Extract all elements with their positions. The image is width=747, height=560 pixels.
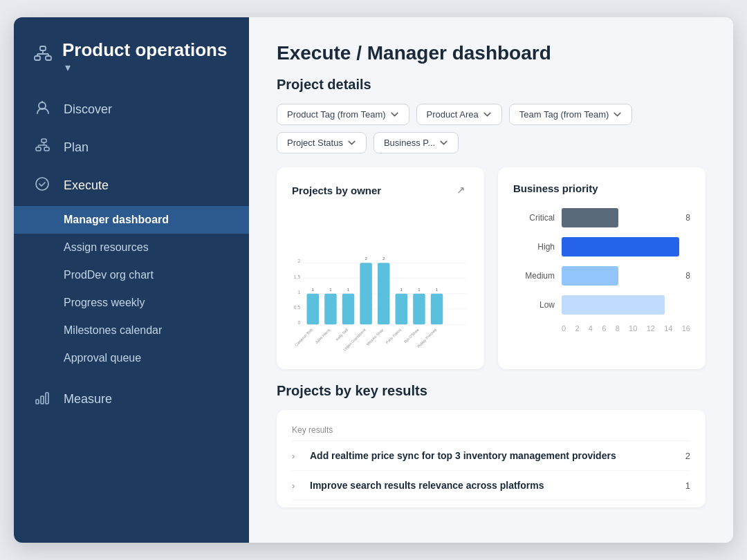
priority-bar-wrap-critical bbox=[562, 208, 674, 227]
priority-count-medium: 8 bbox=[685, 271, 690, 281]
svg-text:1: 1 bbox=[418, 288, 421, 292]
priority-bar-low bbox=[562, 295, 665, 315]
section-key-results-title: Projects by key results bbox=[277, 383, 706, 399]
app-container: Product operations ▾ Discover bbox=[14, 17, 733, 543]
execute-icon bbox=[33, 176, 51, 195]
main-scrollable: Project details Product Tag (from Team) … bbox=[249, 77, 733, 543]
section-project-details-title: Project details bbox=[277, 77, 706, 93]
svg-text:2: 2 bbox=[382, 256, 385, 261]
filter-product-tag[interactable]: Product Tag (from Team) bbox=[277, 104, 409, 125]
sidebar-item-assign-resources[interactable]: Assign resources bbox=[14, 234, 249, 261]
sidebar-item-proddev-org-chart[interactable]: ProdDev org chart bbox=[14, 261, 249, 289]
filter-bar: Product Tag (from Team) Product Area Tea… bbox=[277, 104, 706, 153]
svg-rect-36 bbox=[360, 263, 372, 324]
svg-text:Mitsuko Snay: Mitsuko Snay bbox=[365, 328, 384, 346]
svg-rect-9 bbox=[42, 139, 46, 142]
svg-rect-10 bbox=[36, 147, 41, 151]
svg-rect-17 bbox=[36, 400, 39, 404]
priority-bar-wrap-medium bbox=[562, 266, 674, 286]
svg-text:1: 1 bbox=[436, 288, 439, 292]
discover-icon bbox=[33, 100, 51, 119]
svg-text:Cameron Toth: Cameron Toth bbox=[294, 328, 313, 347]
app-title-chevron: ▾ bbox=[65, 62, 71, 73]
sidebar-item-execute[interactable]: Execute bbox=[14, 167, 249, 205]
svg-rect-18 bbox=[41, 396, 44, 404]
priority-label-low: Low bbox=[513, 300, 555, 310]
priority-row-high: High bbox=[513, 237, 690, 256]
svg-text:Rin O'Shea: Rin O'Shea bbox=[403, 328, 420, 344]
svg-rect-30 bbox=[307, 294, 320, 324]
svg-text:0: 0 bbox=[297, 320, 300, 325]
priority-bar-wrap-high bbox=[562, 237, 679, 256]
page-title: Execute / Manager dashboard bbox=[277, 42, 706, 64]
execute-label: Execute bbox=[64, 178, 109, 193]
svg-rect-34 bbox=[342, 294, 355, 324]
svg-text:2: 2 bbox=[365, 256, 367, 261]
priority-bar-high bbox=[562, 237, 679, 256]
svg-rect-42 bbox=[413, 294, 425, 324]
sidebar-item-plan[interactable]: Plan bbox=[14, 129, 249, 167]
product-ops-icon bbox=[33, 45, 53, 69]
filter-business-priority[interactable]: Business P... bbox=[374, 132, 459, 153]
business-priority-header: Business priority bbox=[513, 183, 690, 194]
plan-icon bbox=[33, 138, 51, 157]
sidebar-item-manager-dashboard[interactable]: Manager dashboard bbox=[14, 206, 249, 234]
discover-label: Discover bbox=[64, 102, 112, 117]
svg-rect-1 bbox=[35, 56, 40, 60]
kr-chevron-1[interactable]: › bbox=[292, 480, 303, 491]
kr-row-0: › Add realtime price sync for top 3 inve… bbox=[292, 441, 690, 471]
svg-rect-11 bbox=[44, 147, 49, 151]
svg-rect-0 bbox=[40, 46, 46, 50]
kr-text-1: Improve search results relevance across … bbox=[310, 480, 670, 491]
plan-label: Plan bbox=[64, 140, 89, 155]
svg-rect-38 bbox=[378, 263, 390, 324]
sidebar-item-approval-queue[interactable]: Approval queue bbox=[14, 344, 249, 372]
svg-text:1: 1 bbox=[297, 290, 300, 295]
sidebar-header: Product operations ▾ bbox=[14, 17, 249, 91]
priority-bar-medium bbox=[562, 266, 618, 286]
svg-text:1: 1 bbox=[347, 288, 350, 292]
filter-team-tag[interactable]: Team Tag (from Team) bbox=[509, 104, 633, 125]
kr-column-header: Key results bbox=[292, 425, 690, 441]
projects-by-owner-chart: 0 0.5 1 1.5 2 bbox=[292, 207, 469, 360]
priority-chart: Critical 8 High bbox=[513, 204, 690, 333]
measure-label: Measure bbox=[64, 392, 112, 407]
priority-label-medium: Medium bbox=[513, 271, 555, 281]
priority-count-critical: 8 bbox=[685, 213, 690, 223]
svg-rect-2 bbox=[46, 56, 51, 60]
sidebar-nav: Discover Plan bbox=[14, 91, 249, 418]
kr-count-0: 2 bbox=[676, 451, 690, 461]
projects-by-owner-header: Projects by owner ↗ bbox=[292, 183, 469, 198]
filter-project-status[interactable]: Project Status bbox=[277, 132, 367, 153]
main-header: Execute / Manager dashboard bbox=[249, 17, 733, 77]
priority-bar-critical bbox=[562, 208, 618, 227]
svg-text:Jules Harris: Jules Harris bbox=[314, 328, 331, 345]
sidebar-item-measure[interactable]: Measure bbox=[14, 380, 249, 418]
svg-text:1: 1 bbox=[400, 288, 403, 292]
business-priority-card: Business priority Critical 8 bbox=[498, 167, 706, 369]
priority-label-critical: Critical bbox=[513, 213, 555, 223]
priority-row-low: Low bbox=[513, 295, 690, 315]
svg-rect-19 bbox=[46, 393, 48, 404]
svg-text:Kelly Self: Kelly Self bbox=[335, 327, 349, 341]
expand-projects-by-owner[interactable]: ↗ bbox=[453, 183, 469, 198]
kr-row-1: › Improve search results relevance acros… bbox=[292, 471, 690, 501]
main-content-area: Execute / Manager dashboard Project deta… bbox=[249, 17, 733, 543]
filter-product-area[interactable]: Product Area bbox=[416, 104, 502, 125]
key-results-card: Key results › Add realtime price sync fo… bbox=[277, 410, 706, 507]
priority-bar-wrap-low bbox=[562, 295, 679, 315]
kr-count-1: 1 bbox=[676, 480, 690, 491]
sidebar-item-progress-weekly[interactable]: Progress weekly bbox=[14, 289, 249, 317]
kr-text-0: Add realtime price sync for top 3 invent… bbox=[310, 450, 670, 461]
svg-text:0.5: 0.5 bbox=[294, 305, 301, 310]
kr-chevron-0[interactable]: › bbox=[292, 451, 303, 461]
priority-axis: 0246810121416 bbox=[513, 324, 690, 333]
sidebar-item-milestones-calendar[interactable]: Milestones calendar bbox=[14, 317, 249, 344]
priority-row-critical: Critical 8 bbox=[513, 208, 690, 227]
svg-text:Paris Fotiou: Paris Fotiou bbox=[385, 328, 402, 345]
priority-row-medium: Medium 8 bbox=[513, 266, 690, 286]
sidebar-item-discover[interactable]: Discover bbox=[14, 91, 249, 129]
svg-text:2: 2 bbox=[297, 259, 300, 263]
execute-subitems: Manager dashboard Assign resources ProdD… bbox=[14, 206, 249, 372]
svg-rect-32 bbox=[324, 294, 337, 324]
